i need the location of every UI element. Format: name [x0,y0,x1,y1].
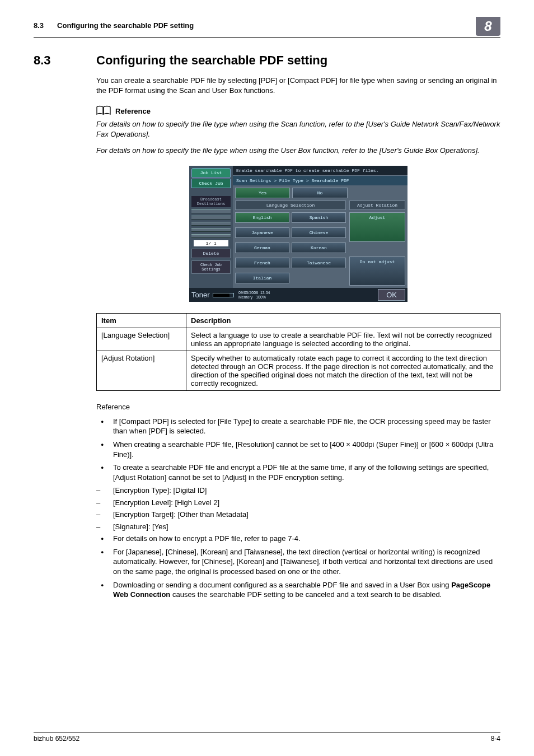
list-item: [Encryption Level]: [High Level 2] [96,498,500,508]
ss-dest-slot [191,216,231,220]
ss-delete-button[interactable]: Delete [191,249,231,258]
ss-lang-korean[interactable]: Korean [292,242,346,253]
ss-toner-label: Toner [191,291,213,299]
ss-broadcast-label: Broadcast Destinations [191,196,231,207]
text: causes the searchable PDF setting to be … [170,590,442,599]
list-item: [Encryption Type]: [Digital ID] [96,486,500,496]
running-header: 8.3 Configuring the searchable PDF setti… [34,21,500,38]
ss-pager: 1/ 1 [194,240,228,246]
book-icon [96,105,111,117]
table-item: [Language Selection] [97,328,186,351]
ss-no-button[interactable]: No [292,188,347,198]
reference-heading: Reference [96,105,500,117]
device-screenshot: Job List Check Job Broadcast Destination… [189,166,407,302]
ss-dest-slot [191,228,231,232]
ss-status-info: 09/05/2008 13:34 Memory 100% [238,291,378,299]
list-item: [Signature]: [Yes] [96,522,500,532]
ss-rotation-header: Adjust Rotation [349,200,405,210]
ss-dest-slot [191,234,231,238]
reference-list-2: For details on how to encrypt a PDF file… [96,534,500,599]
ss-no-adjust-button[interactable]: Do not adjust [349,256,405,286]
section-title: Configuring the searchable PDF setting [96,53,327,68]
list-item: To create a searchable PDF file and encr… [96,463,500,482]
ss-lang-spanish[interactable]: Spanish [292,212,346,223]
ss-toner-bar [213,293,234,297]
table-header-item: Item [97,314,186,328]
list-item: If [Compact PDF] is selected for [File T… [96,417,500,436]
header-title: Configuring the searchable PDF setting [57,21,476,30]
header-section-number: 8.3 [34,21,44,30]
table-header-description: Description [186,314,500,328]
table-desc: Specify whether to automatically rotate … [186,351,500,391]
table-desc: Select a language to use to create a sea… [186,328,500,351]
ss-check-job-tab[interactable]: Check Job [191,179,231,188]
ss-lang-french[interactable]: French [235,258,289,268]
reference-subhead: Reference [96,402,500,412]
ss-job-list-tab[interactable]: Job List [191,168,231,178]
reference-note-2: For details on how to specify the file t… [96,146,500,156]
text: Downloading or sending a document config… [113,581,451,589]
table-item: [Adjust Rotation] [97,351,186,391]
ss-lang-italian[interactable]: Italian [235,273,289,283]
ss-lang-chinese[interactable]: Chinese [292,227,346,238]
ss-ok-button[interactable]: OK [378,289,405,301]
table-row: [Adjust Rotation] Specify whether to aut… [97,351,500,391]
ss-dest-slot [191,209,231,213]
list-item: [Encryption Target]: [Other than Metadat… [96,510,500,520]
list-item: For details on how to encrypt a PDF file… [96,534,500,544]
intro-paragraph: You can create a searchable PDF file by … [96,76,500,95]
section-heading: 8.3 Configuring the searchable PDF setti… [34,53,500,68]
ss-lang-japanese[interactable]: Japanese [235,227,289,238]
reference-sublist: [Encryption Type]: [Digital ID] [Encrypt… [96,486,500,531]
ss-lang-english[interactable]: English [235,212,289,223]
footer-model: bizhub 652/552 [34,735,79,743]
ss-dest-slot [191,222,231,226]
description-table: Item Description [Language Selection] Se… [96,313,500,391]
ss-language-header: Language Selection [235,200,346,210]
ss-adjust-button[interactable]: Adjust [349,212,405,242]
ss-breadcrumb: Scan Settings > File Type > Searchable P… [233,176,407,185]
list-item: Downloading or sending a document config… [96,580,500,600]
reference-label: Reference [115,107,151,115]
ss-lang-german[interactable]: German [235,242,289,253]
reference-note-1: For details on how to specify the file t… [96,119,500,139]
page-footer: bizhub 652/552 8-4 [34,732,500,743]
ss-check-settings-button[interactable]: Check Job Settings [191,260,231,274]
footer-page-number: 8-4 [491,735,500,743]
ss-lang-taiwanese[interactable]: Taiwanese [292,258,346,268]
table-row: [Language Selection] Select a language t… [97,328,500,351]
list-item: When creating a searchable PDF file, [Re… [96,440,500,459]
list-item: For [Japanese], [Chinese], [Korean] and … [96,547,500,577]
ss-instruction: Enable searchable PDF to create searchab… [233,166,407,176]
ss-yes-button[interactable]: Yes [235,188,290,198]
reference-list: If [Compact PDF] is selected for [File T… [96,417,500,482]
chapter-tab: 8 [476,17,500,36]
section-number: 8.3 [34,53,96,68]
